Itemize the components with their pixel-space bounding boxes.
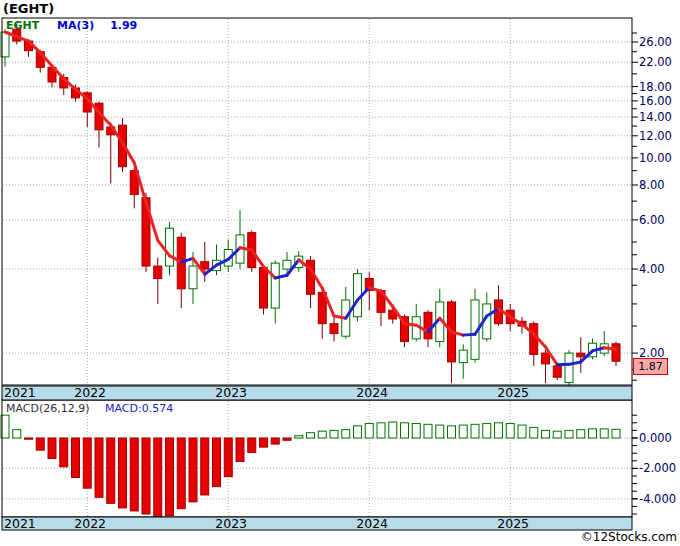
candle [612,344,620,361]
candle [542,353,550,364]
macd-value: MACD:0.574 [105,402,173,415]
year-label: 2025 [497,385,529,400]
macd-bar [271,438,279,444]
macd-bar [506,424,514,438]
price-axis-label: 10.00 [639,151,672,165]
last-price-badge: 1.87 [633,358,668,375]
macd-bar [495,423,503,438]
candle [553,366,561,377]
ma3-line-segment [604,348,616,349]
macd-bar [107,438,115,503]
macd-axis-label: -4.000 [639,492,676,506]
candle [424,312,432,339]
price-axis-label: 4.00 [639,262,665,276]
macd-bar [318,431,326,438]
macd-bar [213,438,221,487]
macd-bar [95,438,103,497]
candle [166,228,174,266]
year-label: 2022 [74,516,106,531]
macd-bar [154,438,162,517]
macd-bar [236,438,244,462]
macd-bar [60,438,68,467]
price-axis-label: 22.00 [639,55,672,69]
macd-bar [600,429,608,438]
macd-bar [13,430,21,438]
macd-bar [389,422,397,438]
watermark-12stocks: ©12Stocks.com [581,530,677,544]
macd-bar [119,438,127,508]
candle [577,353,585,357]
price-axis-label: 14.00 [639,110,672,124]
macd-bar [377,423,385,438]
macd-bar [553,431,561,438]
price-axis-label: 18.00 [639,80,672,94]
macd-bar [330,430,338,438]
legend-ma-label: MA(3) [57,19,94,32]
macd-bar [565,430,573,438]
candle [154,266,162,278]
macd-bar [72,438,80,478]
macd-bar [459,425,467,438]
year-label: 2021 [4,516,36,531]
macd-bar [25,438,33,439]
candle [189,266,197,289]
price-axis-label: 26.00 [639,35,672,49]
macd-bar [577,430,585,438]
macd-bar [83,438,91,488]
macd-bar [589,429,597,438]
candle [459,350,467,362]
price-axis-label: 12.00 [639,129,672,143]
price-axis-label: 8.00 [639,178,665,192]
macd-bar [342,430,350,438]
macd-bar [130,438,138,511]
year-label: 2024 [356,516,388,531]
candle [271,263,279,308]
macd-bar [401,423,409,438]
macd-bar [201,438,209,495]
macd-bar [248,438,256,452]
year-label: 2025 [497,516,529,531]
macd-axis-label: 0.000 [639,431,672,445]
macd-bar [471,424,479,438]
price-and-macd-chart: 2021202120222022202320232024202420252025… [0,0,680,546]
legend-ma-value: 1.99 [110,19,137,32]
macd-bar [354,426,362,438]
macd-bar [260,438,268,447]
year-label: 2021 [4,385,36,400]
macd-bar [518,425,526,438]
ma3-line-segment [463,334,475,335]
macd-bar [424,424,432,438]
ma3-line-segment [240,248,252,250]
page-title: (EGHT) [3,1,54,16]
macd-bar [36,438,44,450]
macd-axis-label: -2.000 [639,461,676,475]
year-label: 2023 [215,516,247,531]
macd-bar [142,438,150,514]
macd-bar [307,433,315,438]
macd-header: MACD(26,12,9) MACD:0.574 [6,402,173,415]
macd-bar [530,427,538,438]
candle [565,353,573,382]
macd-bar [224,438,232,477]
macd-bar [166,438,174,516]
year-label: 2024 [356,385,388,400]
macd-bar [189,438,197,502]
year-label: 2022 [74,385,106,400]
macd-bar [412,424,420,438]
chart-legend: EGHT MA(3) 1.99 [6,19,137,32]
candle [283,260,291,269]
macd-bar [295,436,303,438]
ma3-line-segment [405,324,417,326]
macd-bar [542,430,550,438]
price-axis-label: 16.00 [639,94,672,108]
stock-chart-screen: 2021202120222022202320232024202420252025… [0,0,680,546]
macd-bar [365,424,373,438]
macd-bar [177,438,185,509]
price-axis-label: 6.00 [639,213,665,227]
macd-bar [483,424,491,438]
year-label: 2023 [215,385,247,400]
candle [260,268,268,309]
candle [330,324,338,334]
macd-label: MACD(26,12,9) [6,402,90,415]
legend-symbol: EGHT [6,19,39,32]
